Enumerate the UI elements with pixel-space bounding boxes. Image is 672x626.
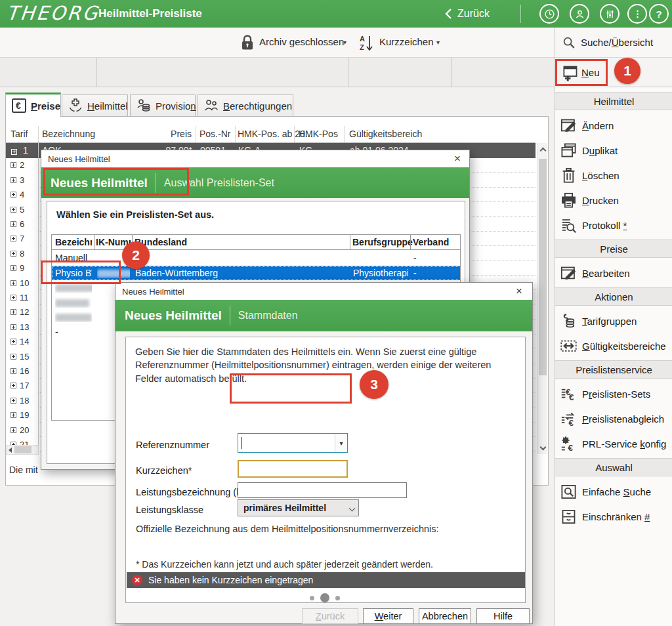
tab-heilmittel[interactable]: Heilmittel [62, 94, 128, 116]
col-header-tarif[interactable]: Tarif [10, 129, 28, 139]
referenznummer-combobox[interactable]: ▾ [238, 433, 348, 453]
sidebar-item-gueltigkeitsbereiche[interactable]: Gültigkeitsbereiche [555, 335, 672, 358]
tree-row-10[interactable]: 10 [6, 276, 38, 290]
col-header-bezeichnung[interactable]: Bezeichnung [42, 129, 95, 139]
sidebar-item-prl-service-konfig[interactable]: €PRL-Service konfig [555, 432, 672, 455]
user-icon[interactable] [570, 4, 589, 24]
expand-icon[interactable] [10, 295, 16, 301]
col-header-preis[interactable]: Preis [146, 129, 192, 139]
sidebar-item-loeschen[interactable]: Löschen [555, 164, 672, 187]
scrollbar-thumb[interactable] [539, 159, 547, 375]
expand-icon[interactable] [10, 339, 16, 344]
sidebar-item-aendern[interactable]: Ändern [555, 114, 672, 137]
tab-preise[interactable]: € Preise [5, 93, 61, 117]
tab-berechtigungen[interactable]: Berechtigungen [198, 94, 293, 116]
scroll-down-button[interactable] [537, 442, 548, 454]
close-icon[interactable]: × [451, 152, 464, 165]
expand-icon[interactable] [10, 251, 16, 257]
expand-icon[interactable] [10, 265, 16, 271]
tree-horizontal-scrollbar[interactable] [6, 445, 39, 455]
tree-row-12[interactable]: 12 [6, 305, 38, 320]
tab-provision[interactable]: Provision [130, 94, 196, 116]
settings-sliders-icon[interactable] [600, 4, 620, 24]
tree-row-13[interactable]: 13 [6, 320, 38, 334]
sidebar-item-drucken[interactable]: Drucken [555, 189, 672, 212]
weiter-button[interactable]: Weiter [363, 608, 413, 624]
expand-icon[interactable] [10, 207, 16, 213]
neu-button[interactable]: Neu [559, 60, 608, 85]
row-number: 20 [20, 425, 29, 435]
tree-row-19[interactable]: 19 [6, 408, 38, 423]
sidebar-item-tarifgruppen[interactable]: Tarifgruppen [555, 310, 672, 333]
tree-row-9[interactable]: 9 [6, 261, 38, 276]
expand-icon[interactable] [10, 412, 16, 418]
dialog-titlebar[interactable]: Neues Heilmittel [116, 283, 532, 300]
tree-row-4[interactable]: 4 [6, 188, 38, 202]
col-header-pos-nr[interactable]: Pos.-Nr [200, 129, 230, 139]
more-menu-kebab-icon[interactable] [627, 4, 647, 24]
zurueck-button[interactable]: Zurück [302, 608, 358, 624]
sidebar-item-einschraenken[interactable]: Einschränken # [555, 505, 672, 528]
expand-icon[interactable] [10, 221, 16, 227]
expand-icon[interactable] [10, 309, 16, 315]
sidebar-item-einfache-suche[interactable]: Einfache Suche [555, 480, 672, 503]
expand-icon[interactable] [10, 192, 16, 198]
chevron-down-icon[interactable]: ▾ [335, 434, 347, 452]
close-icon[interactable]: × [513, 285, 526, 298]
abbrechen-button[interactable]: Abbrechen [419, 608, 471, 624]
sidebar-item-preislistenabgleich[interactable]: €Preislistenabgleich [555, 407, 672, 430]
expand-icon[interactable] [10, 368, 16, 374]
expand-icon[interactable] [10, 398, 16, 404]
tree-row-18[interactable]: 18 [6, 393, 38, 407]
tree-row-14[interactable]: 14 [6, 335, 38, 349]
scroll-left-button[interactable] [9, 448, 12, 453]
help-icon[interactable]: ? [649, 4, 669, 24]
expand-icon[interactable] [10, 177, 16, 183]
sidebar-item-preislisten-sets[interactable]: €€Preislisten-Sets [555, 383, 672, 406]
kurzzeichen-field[interactable] [238, 460, 348, 478]
expand-icon[interactable] [10, 162, 16, 168]
tree-row-15[interactable]: 15 [6, 349, 38, 364]
tree-row-7[interactable]: 7 [6, 232, 38, 246]
sort-field-dropdown[interactable]: Kurzzeichen [379, 36, 434, 47]
col-header-verband[interactable]: Verband [413, 237, 449, 247]
sidebar-item-suche-uebersicht[interactable]: Suche/Übersicht [555, 28, 672, 58]
sidebar-item-duplikat[interactable]: Duplikat [555, 139, 672, 162]
tree-row-8[interactable]: 8 [6, 246, 38, 261]
table-vertical-scrollbar[interactable] [537, 143, 547, 454]
scrollbar-thumb[interactable] [14, 446, 32, 453]
tree-row-3[interactable]: 3 [6, 173, 38, 187]
expand-icon[interactable] [10, 427, 16, 433]
chevron-down-icon[interactable]: ▾ [436, 39, 440, 46]
list-row-selected[interactable]: Physio BWBaden-WürttembergPhysiotherapie… [52, 266, 461, 280]
sidebar-item-bearbeiten[interactable]: Bearbeiten [555, 262, 672, 285]
leistungsbezeichnung-field[interactable] [238, 482, 407, 498]
archive-status-dropdown[interactable]: Archiv geschlossen [259, 36, 344, 47]
expand-icon[interactable] [10, 236, 16, 241]
expand-icon[interactable] [10, 280, 16, 286]
tree-row-5[interactable]: 5 [6, 202, 38, 217]
sidebar-item-protokoll[interactable]: Protokoll * [555, 214, 672, 237]
scroll-up-button[interactable] [537, 143, 548, 155]
tree-row-16[interactable]: 16 [6, 364, 38, 378]
col-header-hmk-pos[interactable]: HMK-Pos [299, 129, 338, 139]
leistungsklasse-select[interactable]: primäres Heilmittel [238, 499, 359, 516]
expand-icon[interactable] [10, 324, 16, 330]
chevron-down-icon[interactable]: ▾ [343, 39, 346, 46]
hilfe-button[interactable]: Hilfe [476, 608, 530, 624]
history-clock-icon[interactable] [539, 4, 559, 24]
dialog-titlebar[interactable]: Neues Heilmittel [41, 150, 469, 167]
col-header-gueltigkeitsbereich[interactable]: Gültigkeitsbereich [349, 129, 422, 139]
row-number: 17 [20, 381, 29, 390]
tree-row-17[interactable]: 17 [6, 379, 38, 393]
tree-row-11[interactable]: 11 [6, 290, 38, 304]
tree-row-6[interactable]: 6 [6, 217, 38, 231]
expand-icon[interactable] [10, 383, 16, 388]
back-button[interactable]: Zurück [445, 5, 490, 22]
list-row[interactable]: Manuell- [52, 251, 461, 265]
tree-row-2[interactable]: 2 [6, 158, 38, 173]
tree-row-20[interactable]: 20 [6, 423, 38, 437]
col-header-bezeichnung[interactable]: Bezeichnung [55, 237, 92, 247]
col-header-berufsgruppe[interactable]: Berufsgruppe [352, 237, 413, 247]
expand-icon[interactable] [10, 354, 16, 360]
